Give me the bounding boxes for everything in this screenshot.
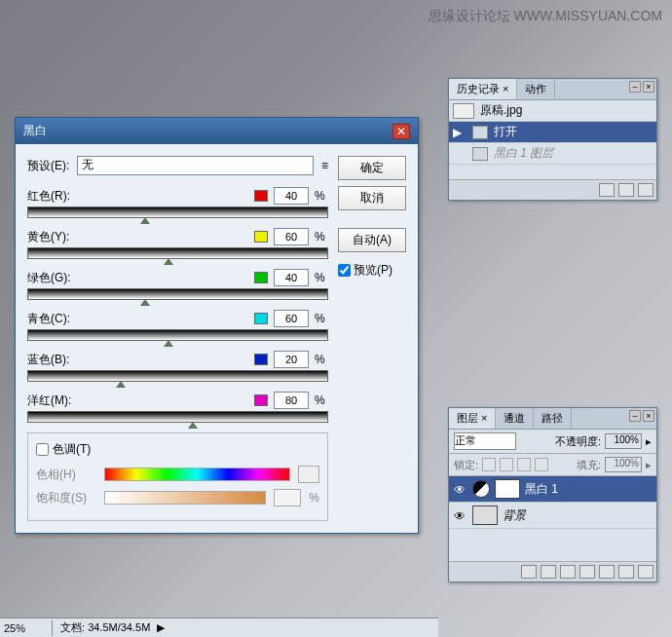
group-icon[interactable] <box>599 565 615 579</box>
trash-icon[interactable] <box>638 565 653 579</box>
new-snapshot-icon[interactable] <box>618 183 634 197</box>
minimize-icon[interactable]: – <box>629 81 641 93</box>
close-icon[interactable]: × <box>643 410 654 422</box>
color-swatch <box>254 354 268 365</box>
tint-checkbox[interactable] <box>36 443 49 456</box>
visibility-icon[interactable]: 👁 <box>454 509 467 521</box>
chevron-right-icon[interactable]: ▶ <box>157 621 165 633</box>
slider-track[interactable] <box>27 329 328 341</box>
tab-actions[interactable]: 动作 <box>517 79 555 99</box>
slider-value-input[interactable] <box>274 392 309 409</box>
slider-thumb[interactable] <box>164 340 173 347</box>
color-slider-row: 青色(C): % <box>27 310 328 341</box>
adjustment-icon[interactable] <box>579 565 595 579</box>
hue-slider[interactable] <box>104 468 290 481</box>
lock-position-icon[interactable] <box>517 458 531 471</box>
layer-row[interactable]: 👁 黑白 1 <box>449 476 656 503</box>
tab-history[interactable]: 历史记录 × <box>449 79 517 99</box>
dialog-title-text: 黑白 <box>23 123 47 139</box>
black-white-dialog: 黑白 ✕ 预设(E): 无 ≡ 红色(R): % 黄色(Y): % <box>15 117 419 534</box>
slider-thumb[interactable] <box>164 258 173 265</box>
minimize-icon[interactable]: – <box>629 410 641 422</box>
status-bar: 25% 文档: 34.5M/34.5M ▶ <box>0 618 438 637</box>
pct-label: % <box>315 230 328 244</box>
fill-label: 填充: <box>577 458 601 472</box>
color-slider-row: 洋红(M): % <box>27 392 328 423</box>
slider-thumb[interactable] <box>140 299 150 306</box>
pct-label: % <box>315 271 328 284</box>
preset-label: 预设(E): <box>27 158 69 174</box>
layer-name[interactable]: 黑白 1 <box>525 481 558 498</box>
layer-mask-thumb[interactable] <box>495 479 520 499</box>
slider-value-input[interactable] <box>274 187 309 205</box>
color-swatch <box>254 313 268 324</box>
history-item[interactable]: ▶ 打开 <box>449 122 656 143</box>
slider-label: 洋红(M): <box>27 393 95 409</box>
pct-label: % <box>315 353 328 366</box>
preview-checkbox[interactable] <box>338 264 351 277</box>
zoom-input[interactable]: 25% <box>0 620 53 636</box>
link-icon[interactable] <box>521 565 537 579</box>
preset-select[interactable]: 无 <box>77 156 314 175</box>
slider-value-input[interactable] <box>274 269 309 286</box>
doc-size: 34.5M/34.5M <box>88 621 150 633</box>
chevron-icon[interactable]: ▸ <box>646 459 652 471</box>
opacity-label: 不透明度: <box>555 434 601 449</box>
slider-track[interactable] <box>27 206 328 218</box>
pct-label: % <box>315 393 328 407</box>
slider-value-input[interactable] <box>274 310 309 327</box>
doc-label: 文档: <box>60 621 85 633</box>
slider-track[interactable] <box>27 411 328 423</box>
tab-paths[interactable]: 路径 <box>534 408 572 429</box>
chevron-icon[interactable]: ▸ <box>646 435 652 448</box>
slider-thumb[interactable] <box>116 381 126 388</box>
slider-value-input[interactable] <box>274 228 309 245</box>
slider-thumb[interactable] <box>188 422 198 429</box>
mask-icon[interactable] <box>560 565 576 579</box>
close-icon[interactable]: × <box>643 81 654 93</box>
tab-channels[interactable]: 通道 <box>496 408 534 429</box>
slider-track[interactable] <box>27 370 328 382</box>
layers-panel: 图层 × 通道 路径 – × 正常 不透明度: 100% ▸ 锁定: 填充: 1… <box>448 407 657 582</box>
cancel-button[interactable]: 取消 <box>338 186 406 210</box>
lock-image-icon[interactable] <box>500 458 513 471</box>
new-layer-icon[interactable] <box>618 565 634 579</box>
color-swatch <box>254 231 268 243</box>
lock-all-icon[interactable] <box>535 458 548 471</box>
opacity-input[interactable]: 100% <box>605 433 642 449</box>
slider-track[interactable] <box>27 247 328 259</box>
slider-value-input[interactable] <box>274 351 309 368</box>
color-slider-row: 黄色(Y): % <box>27 228 328 259</box>
pct-label: % <box>315 189 328 203</box>
slider-track[interactable] <box>27 288 328 300</box>
preset-menu-icon[interactable]: ≡ <box>321 159 328 172</box>
history-item[interactable]: 黑白 1 图层 <box>449 143 656 165</box>
create-document-icon[interactable] <box>599 183 615 197</box>
auto-button[interactable]: 自动(A) <box>338 228 406 252</box>
layer-row[interactable]: 👁背景 <box>449 503 656 529</box>
history-step-icon <box>472 147 488 161</box>
hue-swatch[interactable] <box>298 466 319 483</box>
tab-layers[interactable]: 图层 × <box>449 408 496 429</box>
blend-mode-select[interactable]: 正常 <box>454 432 516 450</box>
slider-label: 绿色(G): <box>27 270 95 286</box>
saturation-slider[interactable] <box>104 491 266 505</box>
history-panel: 历史记录 × 动作 – × 原稿.jpg ▶ 打开 黑白 1 图层 <box>448 78 657 201</box>
saturation-input[interactable] <box>274 489 301 506</box>
slider-thumb[interactable] <box>140 217 150 224</box>
fill-input[interactable]: 100% <box>605 457 642 472</box>
snapshot-name: 原稿.jpg <box>480 102 522 119</box>
saturation-label: 饱和度(S) <box>36 490 96 506</box>
fx-icon[interactable] <box>541 565 556 579</box>
dialog-titlebar[interactable]: 黑白 ✕ <box>16 118 418 144</box>
color-swatch <box>254 394 268 406</box>
layer-thumb[interactable] <box>472 506 498 525</box>
trash-icon[interactable] <box>638 183 653 197</box>
ok-button[interactable]: 确定 <box>338 156 406 180</box>
close-icon[interactable]: ✕ <box>392 124 410 139</box>
history-snapshot[interactable]: 原稿.jpg <box>449 100 656 122</box>
slider-label: 红色(R): <box>27 188 95 205</box>
visibility-icon[interactable]: 👁 <box>454 483 467 495</box>
layer-name[interactable]: 背景 <box>503 507 526 524</box>
lock-transparent-icon[interactable] <box>482 458 496 471</box>
